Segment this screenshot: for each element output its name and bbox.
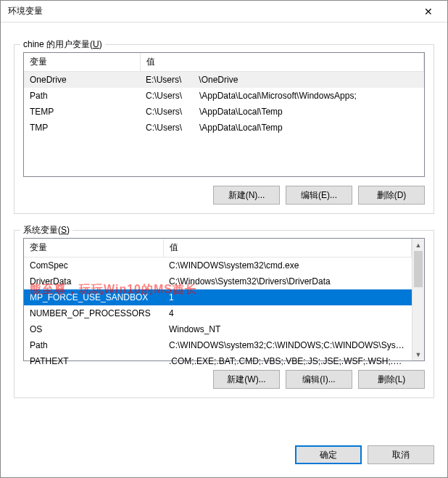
var-value-cell: E:\Users\\OneDrive bbox=[140, 72, 424, 88]
var-name-cell: Path bbox=[24, 88, 140, 104]
window-title: 环境变量 bbox=[8, 5, 414, 17]
vertical-scrollbar[interactable]: ▲ ▼ bbox=[412, 239, 424, 360]
table-row[interactable]: TEMPC:\Users\\AppData\Local\Temp bbox=[24, 104, 424, 120]
cancel-button[interactable]: 取消 bbox=[368, 445, 434, 464]
content-area: chine 的用户变量(U) 变量 值 OneDriveE:\Users\\On… bbox=[1, 22, 447, 435]
var-value-cell: C:\Users\\AppData\Local\Microsoft\Window… bbox=[140, 88, 424, 104]
var-name-cell: OS bbox=[24, 321, 163, 337]
var-value-cell: Windows_NT bbox=[163, 321, 412, 337]
table-row[interactable]: TMPC:\Users\\AppData\Local\Temp bbox=[24, 120, 424, 136]
table-row[interactable]: PATHEXT.COM;.EXE;.BAT;.CMD;.VBS;.VBE;.JS… bbox=[24, 353, 412, 369]
table-row[interactable]: OneDriveE:\Users\\OneDrive bbox=[24, 72, 424, 88]
table-row[interactable]: PathC:\WINDOWS\system32;C:\WINDOWS;C:\WI… bbox=[24, 337, 412, 353]
col-header-value[interactable]: 值 bbox=[163, 239, 412, 257]
system-vars-group: 系统变量(S) 熊至尊，玩玩Win10的MS酋长 变量 值 ComSpecC:\… bbox=[14, 230, 434, 398]
close-icon: ✕ bbox=[424, 6, 433, 17]
var-value-cell: C:\WINDOWS\system32\cmd.exe bbox=[163, 257, 412, 273]
system-new-button[interactable]: 新建(W)... bbox=[213, 370, 280, 389]
user-buttons: 新建(N)... 编辑(E)... 删除(D) bbox=[23, 186, 425, 205]
system-vars-table[interactable]: 熊至尊，玩玩Win10的MS酋长 变量 值 ComSpecC:\WINDOWS\… bbox=[23, 238, 425, 361]
col-header-name[interactable]: 变量 bbox=[24, 53, 140, 72]
var-value-cell: .COM;.EXE;.BAT;.CMD;.VBS;.VBE;.JS;.JSE;.… bbox=[163, 353, 412, 369]
var-value-cell: C:\Windows\System32\Drivers\DriverData bbox=[163, 273, 412, 289]
system-edit-button[interactable]: 编辑(I)... bbox=[286, 370, 352, 389]
var-name-cell: TMP bbox=[24, 120, 140, 136]
var-name-cell: PATHEXT bbox=[24, 353, 163, 369]
user-new-button[interactable]: 新建(N)... bbox=[213, 186, 280, 205]
system-delete-button[interactable]: 删除(L) bbox=[358, 370, 425, 389]
ok-button[interactable]: 确定 bbox=[295, 445, 362, 464]
scrollbar-thumb[interactable] bbox=[414, 251, 423, 287]
var-name-cell: MP_FORCE_USE_SANDBOX bbox=[24, 289, 163, 305]
var-name-cell: NUMBER_OF_PROCESSORS bbox=[24, 305, 163, 321]
var-value-cell: 4 bbox=[163, 305, 412, 321]
system-buttons: 新建(W)... 编辑(I)... 删除(L) bbox=[23, 370, 425, 389]
system-vars-label: 系统变量(S) bbox=[20, 224, 72, 236]
scroll-up-icon[interactable]: ▲ bbox=[412, 239, 424, 251]
var-value-cell: C:\WINDOWS\system32;C:\WINDOWS;C:\WINDOW… bbox=[163, 337, 412, 353]
var-value-cell: C:\Users\\AppData\Local\Temp bbox=[140, 104, 424, 120]
env-vars-dialog: 环境变量 ✕ chine 的用户变量(U) 变量 值 bbox=[0, 0, 448, 478]
var-value-cell: C:\Users\\AppData\Local\Temp bbox=[140, 120, 424, 136]
user-vars-label: chine 的用户变量(U) bbox=[20, 38, 105, 51]
col-header-name[interactable]: 变量 bbox=[24, 239, 163, 257]
titlebar[interactable]: 环境变量 ✕ bbox=[1, 1, 447, 22]
table-row[interactable]: ComSpecC:\WINDOWS\system32\cmd.exe bbox=[24, 257, 412, 273]
scrollbar-track[interactable] bbox=[412, 251, 424, 348]
close-button[interactable]: ✕ bbox=[414, 1, 443, 22]
var-name-cell: DriverData bbox=[24, 273, 163, 289]
dialog-footer: 确定 取消 bbox=[1, 435, 447, 477]
user-edit-button[interactable]: 编辑(E)... bbox=[286, 186, 352, 205]
var-name-cell: TEMP bbox=[24, 104, 140, 120]
table-row[interactable]: DriverDataC:\Windows\System32\Drivers\Dr… bbox=[24, 273, 412, 289]
user-vars-table[interactable]: 变量 值 OneDriveE:\Users\\OneDrivePathC:\Us… bbox=[23, 52, 425, 177]
user-delete-button[interactable]: 删除(D) bbox=[358, 186, 425, 205]
table-row[interactable]: PathC:\Users\\AppData\Local\Microsoft\Wi… bbox=[24, 88, 424, 104]
table-row[interactable]: NUMBER_OF_PROCESSORS4 bbox=[24, 305, 412, 321]
var-name-cell: ComSpec bbox=[24, 257, 163, 273]
var-name-cell: OneDrive bbox=[24, 72, 140, 88]
var-name-cell: Path bbox=[24, 337, 163, 353]
table-row[interactable]: MP_FORCE_USE_SANDBOX1 bbox=[24, 289, 412, 305]
table-row[interactable]: OSWindows_NT bbox=[24, 321, 412, 337]
col-header-value[interactable]: 值 bbox=[140, 53, 424, 72]
scroll-down-icon[interactable]: ▼ bbox=[412, 348, 424, 360]
var-value-cell: 1 bbox=[163, 289, 412, 305]
user-vars-group: chine 的用户变量(U) 变量 值 OneDriveE:\Users\\On… bbox=[14, 44, 434, 214]
